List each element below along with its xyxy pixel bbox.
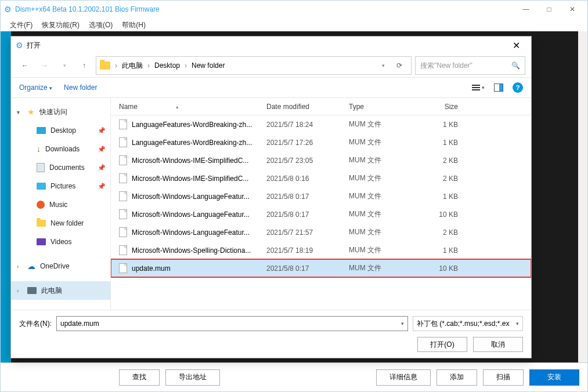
file-name: Microsoft-Windows-LanguageFeatur... (132, 193, 266, 201)
back-button[interactable]: ← (17, 57, 33, 74)
organize-menu[interactable]: Organize ▾ (19, 84, 52, 92)
file-date: 2021/5/7 17:26 (266, 139, 349, 147)
file-icon (119, 137, 127, 147)
nav-tree: ▾★快速访问 Desktop📌 ↓Downloads📌 Documents📌 P… (11, 98, 111, 310)
file-type: MUM 文件 (349, 155, 417, 165)
left-rail (1, 31, 11, 362)
file-size: 2 KB (417, 157, 464, 165)
chevron-down-icon[interactable]: ▾ (401, 321, 404, 326)
close-button[interactable]: ✕ (561, 1, 584, 17)
crumb-folder[interactable]: New folder (192, 61, 225, 70)
file-row[interactable]: Microsoft-Windows-LanguageFeatur...2021/… (111, 223, 531, 241)
file-icon (119, 245, 127, 255)
sort-asc-icon: ▴ (176, 104, 179, 110)
open-dialog: ⚙ 打开 ✕ ← → ▾ ↑ › 此电脑 › Desktop › New fol… (10, 36, 532, 358)
file-row[interactable]: Microsoft-Windows-IME-SimplifiedC...2021… (111, 169, 531, 187)
file-size: 10 KB (417, 210, 464, 219)
file-row[interactable]: Microsoft-Windows-Spelling-Dictiona...20… (111, 241, 531, 259)
file-row[interactable]: Microsoft-Windows-IME-SimplifiedC...2021… (111, 151, 531, 169)
chevron-right-icon: › (147, 61, 150, 70)
column-headers: Name▴ Date modified Type Size (111, 98, 531, 115)
file-name: update.mum (132, 264, 266, 273)
search-icon: 🔍 (511, 61, 520, 70)
new-folder-button[interactable]: New folder (64, 84, 97, 92)
file-row[interactable]: update.mum2021/5/8 0:17MUM 文件10 KB (111, 259, 531, 277)
file-icon (119, 209, 127, 219)
menu-restore[interactable]: 恢复功能(R) (42, 20, 80, 30)
file-date: 2021/5/7 18:19 (266, 246, 349, 255)
add-button[interactable]: 添加 (437, 369, 477, 386)
dialog-title-bar: ⚙ 打开 ✕ (11, 37, 531, 54)
scan-button[interactable]: 扫描 (483, 369, 524, 386)
col-size[interactable]: Size (417, 103, 464, 111)
menu-bar: 文件(F) 恢复功能(R) 选项(O) 帮助(H) (1, 18, 587, 32)
menu-help[interactable]: 帮助(H) (122, 20, 146, 30)
file-name: Microsoft-Windows-LanguageFeatur... (132, 210, 266, 219)
file-row[interactable]: Microsoft-Windows-LanguageFeatur...2021/… (111, 205, 531, 223)
file-name: Microsoft-Windows-Spelling-Dictiona... (132, 246, 266, 255)
search-input[interactable] (420, 61, 511, 70)
search-box[interactable]: 🔍 (415, 56, 525, 75)
col-date[interactable]: Date modified (266, 103, 349, 111)
gear-icon: ⚙ (4, 5, 12, 14)
file-size: 1 KB (417, 139, 464, 147)
tree-desktop[interactable]: Desktop📌 (11, 121, 110, 140)
up-button[interactable]: ↑ (76, 57, 92, 74)
install-button[interactable]: 安装 (529, 369, 579, 386)
tree-newfolder[interactable]: New folder (11, 214, 110, 233)
view-mode-button[interactable]: ▾ (472, 85, 485, 90)
details-button[interactable]: 详细信息 (376, 369, 431, 386)
file-icon (119, 119, 127, 129)
tree-documents[interactable]: Documents📌 (11, 158, 110, 177)
file-row[interactable]: LanguageFeatures-WordBreaking-zh...2021/… (111, 133, 531, 151)
file-pane: Name▴ Date modified Type Size LanguageFe… (111, 98, 531, 310)
tree-thispc[interactable]: ›此电脑 (11, 281, 110, 300)
cancel-button[interactable]: 取消 (473, 337, 523, 352)
minimize-button[interactable]: — (514, 1, 538, 17)
recent-dropdown[interactable]: ▾ (56, 57, 73, 74)
forward-button[interactable]: → (37, 57, 53, 74)
file-type: MUM 文件 (349, 191, 417, 201)
file-row[interactable]: Microsoft-Windows-LanguageFeatur...2021/… (111, 187, 531, 205)
tree-pictures[interactable]: Pictures📌 (11, 177, 110, 195)
find-button[interactable]: 查找 (119, 369, 160, 386)
tree-videos[interactable]: Videos (11, 233, 110, 251)
file-date: 2021/5/8 0:16 (266, 175, 349, 183)
addr-dropdown[interactable]: ▾ (375, 57, 391, 74)
file-row[interactable]: LanguageFeatures-WordBreaking-zh...2021/… (111, 115, 531, 133)
gear-icon: ⚙ (16, 41, 23, 50)
body: ▾★快速访问 Desktop📌 ↓Downloads📌 Documents📌 P… (11, 98, 531, 310)
export-button[interactable]: 导出地址 (165, 369, 220, 386)
file-icon (119, 173, 127, 183)
file-name: LanguageFeatures-WordBreaking-zh... (132, 139, 266, 147)
tree-onedrive[interactable]: ›☁OneDrive (11, 257, 110, 275)
menu-file[interactable]: 文件(F) (10, 20, 33, 30)
file-date: 2021/5/8 0:17 (266, 210, 349, 219)
address-bar[interactable]: › 此电脑 › Desktop › New folder ▾ ⟳ (96, 56, 412, 75)
filename-input[interactable]: update.mum ▾ (56, 316, 408, 331)
tree-music[interactable]: Music (11, 195, 110, 214)
open-button[interactable]: 打开(O) (417, 337, 467, 352)
refresh-button[interactable]: ⟳ (391, 57, 407, 74)
file-size: 2 KB (417, 228, 464, 237)
file-type: MUM 文件 (349, 119, 417, 129)
file-list: LanguageFeatures-WordBreaking-zh...2021/… (111, 115, 531, 310)
crumb-pc[interactable]: 此电脑 (122, 61, 143, 71)
preview-pane-button[interactable] (494, 84, 503, 92)
file-date: 2021/5/8 0:17 (266, 193, 349, 201)
scrollbar[interactable] (578, 31, 587, 362)
col-type[interactable]: Type (349, 103, 417, 111)
tree-downloads[interactable]: ↓Downloads📌 (11, 140, 110, 158)
dialog-close-button[interactable]: ✕ (506, 37, 526, 53)
filter-select[interactable]: 补丁包 (*.cab;*.msu;*.esd;*.ex ▾ (413, 316, 523, 331)
menu-options[interactable]: 选项(O) (89, 20, 113, 30)
help-icon[interactable]: ? (513, 82, 523, 93)
file-name: Microsoft-Windows-IME-SimplifiedC... (132, 175, 266, 183)
file-type: MUM 文件 (349, 245, 417, 255)
file-size: 1 KB (417, 193, 464, 201)
tree-quick-access[interactable]: ▾★快速访问 (11, 103, 110, 121)
file-type: MUM 文件 (349, 137, 417, 147)
maximize-button[interactable]: □ (538, 1, 561, 17)
col-name[interactable]: Name▴ (119, 103, 266, 111)
crumb-desktop[interactable]: Desktop (154, 61, 180, 70)
